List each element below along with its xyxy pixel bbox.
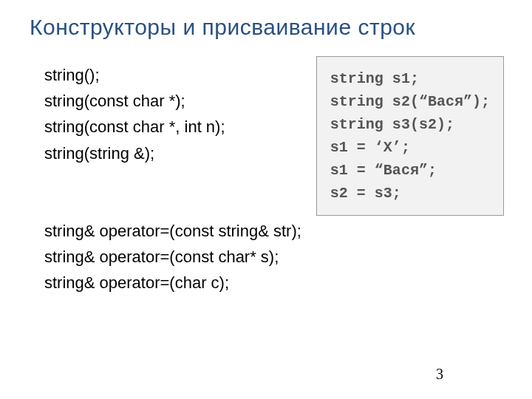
code-line: s1 = “Вася”; xyxy=(330,159,490,182)
code-line: s2 = s3; xyxy=(330,182,490,205)
code-line: string s2(“Вася”); xyxy=(330,90,490,113)
code-line: s1 = ‘X’; xyxy=(330,136,490,159)
slide-title: Конструкторы и присваивание строк xyxy=(30,15,502,40)
code-line: string s1; xyxy=(330,67,490,90)
signature-line: string(); xyxy=(44,62,301,88)
signature-line: string& operator=(const char* s); xyxy=(44,244,301,270)
slide: Конструкторы и присваивание строк string… xyxy=(0,0,532,399)
spacer xyxy=(44,166,301,218)
code-example-box: string s1; string s2(“Вася”); string s3(… xyxy=(316,56,504,216)
signatures-column: string(); string(const char *); string(c… xyxy=(30,62,301,296)
content-row: string(); string(const char *); string(c… xyxy=(30,62,502,296)
signature-line: string(string &); xyxy=(44,140,301,166)
signature-line: string& operator=(char c); xyxy=(44,270,301,296)
code-line: string s3(s2); xyxy=(330,113,490,136)
signature-line: string& operator=(const string& str); xyxy=(44,218,301,244)
signature-line: string(const char *); xyxy=(44,88,301,114)
signature-line: string(const char *, int n); xyxy=(44,114,301,140)
page-number: 3 xyxy=(436,366,443,383)
